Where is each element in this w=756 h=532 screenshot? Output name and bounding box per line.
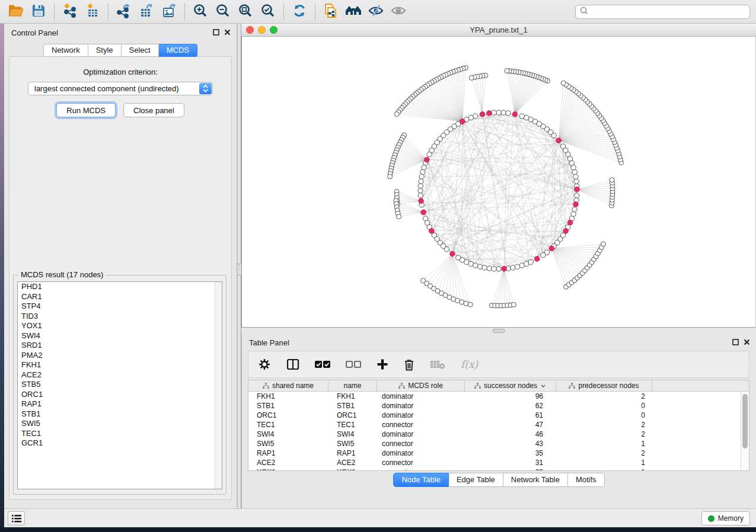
add-column-button[interactable] bbox=[377, 358, 388, 370]
list-item[interactable]: YOX1 bbox=[18, 321, 222, 331]
list-item[interactable]: STP4 bbox=[18, 302, 222, 312]
tab-edge-table[interactable]: Edge Table bbox=[449, 473, 503, 487]
table-cell[interactable]: ORC1 bbox=[248, 411, 328, 420]
horizontal-splitter[interactable] bbox=[241, 328, 756, 334]
table-cell[interactable]: STB1 bbox=[248, 401, 328, 411]
table-cell[interactable]: connector bbox=[377, 458, 465, 467]
delete-column-button[interactable] bbox=[404, 358, 414, 371]
table-cell[interactable]: 47 bbox=[465, 420, 556, 430]
network-titlebar[interactable]: YPA_prune.txt_1 bbox=[241, 24, 756, 37]
table-row[interactable]: FKH1FKH1dominator962 bbox=[248, 392, 741, 401]
table-cell[interactable]: SWI4 bbox=[248, 430, 328, 439]
scrollbar-thumb[interactable] bbox=[742, 394, 748, 448]
table-cell[interactable]: SWI5 bbox=[248, 439, 328, 448]
table-cell[interactable]: connector bbox=[377, 420, 465, 430]
table-cell[interactable]: dominator bbox=[377, 430, 465, 439]
select-all-button[interactable] bbox=[315, 360, 330, 368]
list-item[interactable]: RAP1 bbox=[18, 399, 222, 409]
minimize-window-icon[interactable] bbox=[258, 26, 266, 34]
memory-button[interactable]: Memory bbox=[701, 511, 750, 525]
tab-select[interactable]: Select bbox=[122, 44, 159, 57]
close-panel-icon[interactable] bbox=[744, 337, 750, 348]
table-cell[interactable]: 62 bbox=[465, 401, 556, 411]
list-item[interactable]: STB5 bbox=[18, 380, 222, 390]
table-scrollbar[interactable] bbox=[741, 392, 749, 470]
splitter-grip[interactable] bbox=[493, 329, 505, 333]
table-row[interactable]: ORC1ORC1dominator610 bbox=[248, 411, 741, 420]
table-cell[interactable]: ORC1 bbox=[328, 411, 377, 420]
zoom-in-button[interactable] bbox=[189, 2, 212, 22]
table-cell[interactable]: ACE2 bbox=[248, 458, 328, 467]
table-row[interactable]: ACE2ACE2connector311 bbox=[248, 458, 741, 467]
deselect-all-button[interactable] bbox=[346, 360, 361, 368]
save-session-button[interactable] bbox=[27, 2, 50, 22]
network-canvas[interactable] bbox=[241, 37, 756, 328]
float-panel-icon[interactable] bbox=[732, 337, 739, 348]
table-cell[interactable]: 2 bbox=[556, 392, 652, 401]
table-cell[interactable]: 1 bbox=[556, 467, 652, 470]
column-header-shared-name[interactable]: shared name bbox=[248, 380, 328, 391]
close-panel-icon[interactable] bbox=[224, 27, 231, 38]
tab-network[interactable]: Network bbox=[43, 44, 88, 57]
export-table-button[interactable] bbox=[135, 2, 158, 22]
refresh-view-button[interactable] bbox=[288, 2, 311, 22]
table-cell[interactable]: TEC1 bbox=[248, 420, 328, 430]
table-cell[interactable]: SWI5 bbox=[328, 439, 377, 448]
tab-network-table[interactable]: Network Table bbox=[503, 473, 568, 487]
table-cell[interactable]: dominator bbox=[377, 448, 465, 458]
table-row[interactable]: STB1STB1dominator620 bbox=[248, 401, 741, 411]
table-cell[interactable]: YOX1 bbox=[248, 467, 328, 470]
table-cell[interactable]: 2 bbox=[556, 420, 652, 430]
table-cell[interactable]: 2 bbox=[556, 430, 652, 439]
list-item[interactable]: ORC1 bbox=[18, 390, 222, 400]
list-item[interactable]: FKH1 bbox=[18, 360, 222, 370]
table-cell[interactable]: YOX1 bbox=[328, 467, 377, 470]
duplicate-network-button[interactable] bbox=[320, 2, 342, 22]
table-cell[interactable]: RAP1 bbox=[248, 448, 328, 458]
table-cell[interactable]: 1 bbox=[556, 439, 652, 448]
table-cell[interactable]: TEC1 bbox=[328, 420, 377, 430]
export-network-button[interactable] bbox=[113, 2, 135, 22]
close-window-icon[interactable] bbox=[246, 26, 254, 34]
table-row[interactable]: SWI5SWI5connector431 bbox=[248, 439, 741, 448]
table-row[interactable]: TEC1TEC1connector472 bbox=[248, 420, 741, 430]
maximize-window-icon[interactable] bbox=[270, 26, 277, 34]
column-header-name[interactable]: name bbox=[328, 380, 377, 391]
table-cell[interactable]: 1 bbox=[556, 458, 652, 467]
table-cell[interactable]: 43 bbox=[465, 439, 556, 448]
column-header-successor-nodes[interactable]: successor nodes bbox=[465, 380, 556, 391]
list-item[interactable]: SRD1 bbox=[18, 341, 222, 351]
list-item[interactable]: CAR1 bbox=[18, 292, 222, 302]
tab-node-table[interactable]: Node Table bbox=[393, 473, 449, 487]
mcds-result-list[interactable]: PHD1CAR1STP4TID3YOX1SWI4SRD1PMA2FKH1ACE2… bbox=[17, 281, 222, 489]
binoculars-button[interactable] bbox=[342, 2, 365, 22]
table-row[interactable]: RAP1RAP1dominator352 bbox=[248, 448, 741, 458]
table-cell[interactable]: 35 bbox=[465, 448, 556, 458]
table-cell[interactable]: 96 bbox=[465, 392, 556, 401]
hide-selected-button[interactable] bbox=[365, 2, 387, 22]
list-item[interactable]: STB1 bbox=[18, 409, 222, 419]
table-cell[interactable]: 0 bbox=[556, 401, 652, 411]
column-header-MCDS-role[interactable]: MCDS role bbox=[377, 380, 465, 391]
table-cell[interactable]: 61 bbox=[465, 411, 556, 420]
table-cell[interactable]: 31 bbox=[465, 458, 556, 467]
list-scrollbar[interactable] bbox=[215, 282, 222, 489]
panel-list-button[interactable] bbox=[8, 511, 25, 525]
import-network-button[interactable] bbox=[59, 2, 81, 22]
list-item[interactable]: TEC1 bbox=[18, 429, 222, 439]
list-item[interactable]: PMA2 bbox=[18, 351, 222, 361]
float-panel-icon[interactable] bbox=[213, 27, 219, 38]
table-cell[interactable]: SWI4 bbox=[328, 430, 377, 439]
table-settings-button[interactable] bbox=[258, 358, 271, 371]
list-item[interactable]: GCR1 bbox=[18, 438, 222, 448]
import-table-button[interactable] bbox=[81, 2, 104, 22]
table-cell[interactable]: ACE2 bbox=[328, 458, 377, 467]
list-item[interactable]: PHD1 bbox=[18, 282, 222, 292]
table-cell[interactable]: 29 bbox=[465, 467, 556, 470]
column-layout-button[interactable] bbox=[286, 358, 299, 370]
table-cell[interactable]: 0 bbox=[556, 411, 652, 420]
table-row[interactable]: SWI4SWI4dominator462 bbox=[248, 430, 741, 439]
table-cell[interactable]: 2 bbox=[556, 448, 652, 458]
table-row[interactable]: YOX1YOX1connector291 bbox=[248, 467, 741, 470]
column-header-predecessor-nodes[interactable]: predecessor nodes bbox=[556, 380, 652, 391]
